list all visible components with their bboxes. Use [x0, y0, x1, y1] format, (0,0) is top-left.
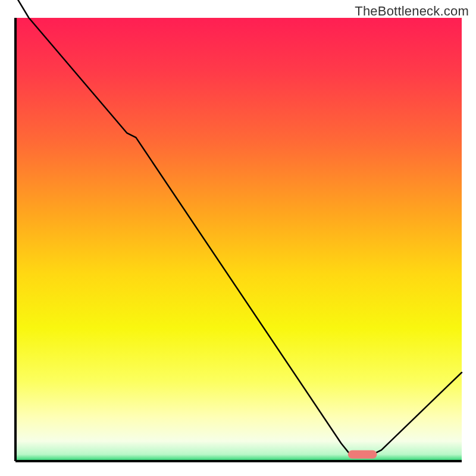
optimal-marker: [348, 450, 377, 459]
watermark-text: TheBottleneck.com: [355, 4, 469, 19]
plot-background: [15, 18, 462, 461]
line-chart: [0, 0, 476, 476]
chart-container: TheBottleneck.com: [0, 0, 476, 476]
